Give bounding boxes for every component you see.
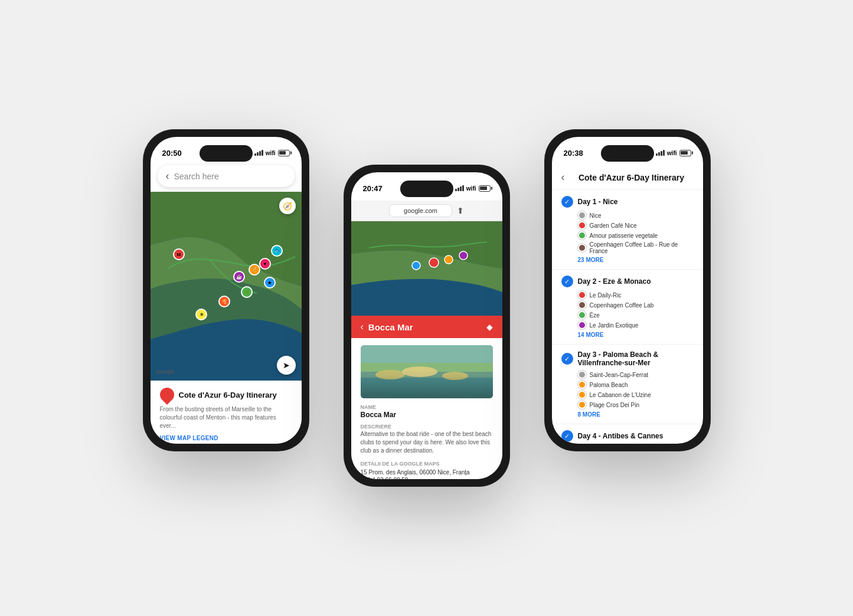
card-bottom-1: Cote d'Azur 6-Day Itinerary From the bus… <box>151 381 302 444</box>
place-name: Paloma Beach <box>590 382 628 388</box>
place-name: Copenhagen Coffee Lab - Rue de France <box>590 241 694 254</box>
time-1: 20:50 <box>162 149 182 158</box>
place-name: Le Daily-Ric <box>590 292 622 299</box>
place-dot <box>578 221 586 230</box>
card-title-row-1: Cote d'Azur 6-Day Itinerary <box>160 388 292 402</box>
time-2: 20:47 <box>363 184 383 193</box>
place-name-header: Bocca Mar <box>368 322 482 332</box>
more-link-2[interactable]: 14 MORE <box>561 332 694 338</box>
place-description: Alternative to the boat ride - one of th… <box>361 430 493 455</box>
place-photo <box>361 345 493 398</box>
navigate-button-1[interactable]: ➤ <box>277 356 296 375</box>
day-section-2: ✓ Day 2 - Eze & Monaco Le Daily-Ric Cope… <box>552 270 703 345</box>
list-item: Plage Cros Dei Pin <box>561 401 694 409</box>
search-bar-1[interactable]: ‹ Search here <box>158 165 295 187</box>
back-icon-1[interactable]: ‹ <box>166 170 169 182</box>
more-link-3[interactable]: 8 MORE <box>561 411 694 418</box>
status-icons-2: ▲ wifi <box>447 185 491 192</box>
day-header-4: ✓ Day 4 - Antibes & Cannes <box>561 430 694 442</box>
svg-point-2 <box>429 258 439 267</box>
list-item: Paloma Beach <box>561 381 694 389</box>
place-address: 15 Prom. des Anglais, 06000 Nice, Franța <box>361 469 493 476</box>
phone-3: 20:38 ▲ wifi ‹ <box>545 130 710 451</box>
map-area-1: M ☕ 🍴 ★ ♥ 🌿 🍕 ☀ 🐟 🧭 ➤ Google <box>151 192 302 381</box>
day-section-3: ✓ Day 3 - Paloma Beach & Villenfranche-s… <box>552 345 703 424</box>
signal-bars-1 <box>254 150 263 156</box>
browser-bar: google.com ⬆ <box>351 201 502 221</box>
list-item: Le Cabanon de L'Uzine <box>561 391 694 399</box>
place-dot <box>578 291 586 299</box>
day-section-4: ✓ Day 4 - Antibes & Cannes Antibes March… <box>552 424 703 444</box>
wifi-icon-2: wifi <box>466 185 476 192</box>
place-dot <box>578 231 586 240</box>
day-title-3: Day 3 - Paloma Beach & Villenfranche-sur… <box>578 350 694 367</box>
dynamic-island-3 <box>601 145 654 162</box>
map-pin-3: 🍴 <box>249 264 260 276</box>
place-name: Nice <box>590 212 602 219</box>
more-link-1[interactable]: 23 MORE <box>561 257 694 263</box>
map-area-2 <box>351 221 502 316</box>
place-name: Le Jardin Exotique <box>590 322 639 329</box>
day-section-1: ✓ Day 1 - Nice Nice Garden Café Nice Amo… <box>552 190 703 270</box>
place-card: ‹ Bocca Mar ◆ <box>351 316 502 479</box>
list-item: Le Daily-Ric <box>561 291 694 299</box>
share-icon[interactable]: ⬆ <box>457 206 464 215</box>
status-icons-1: ▲ wifi <box>246 150 290 156</box>
day-check-2: ✓ <box>561 276 573 287</box>
map-pin-5: ♥ <box>259 258 271 270</box>
list-item: Nice <box>561 211 694 219</box>
phone-1: 20:50 ▲ wifi ‹ <box>143 130 309 451</box>
wifi-icon-1: wifi <box>266 150 276 156</box>
list-item: Le Jardin Exotique <box>561 321 694 329</box>
time-3: 20:38 <box>564 149 583 158</box>
svg-rect-12 <box>361 345 493 363</box>
map-background-1: M ☕ 🍴 ★ ♥ 🌿 🍕 ☀ 🐟 🧭 ➤ Google <box>151 192 302 381</box>
compass-button-1[interactable]: 🧭 <box>279 198 296 214</box>
place-name: Garden Café Nice <box>590 222 637 229</box>
place-dot <box>578 401 586 409</box>
search-input-1[interactable]: Search here <box>174 172 286 181</box>
map-pin-9: 🐟 <box>271 245 283 257</box>
signal-bars-2 <box>455 185 464 191</box>
map-pin-6: 🌿 <box>241 286 253 298</box>
list-item: Copenhagen Coffee Lab - Rue de France <box>561 241 694 254</box>
place-dot <box>578 381 586 389</box>
wifi-icon-3: wifi <box>667 150 677 156</box>
place-back-button[interactable]: ‹ <box>361 322 364 332</box>
day-check-4: ✓ <box>561 430 573 442</box>
day-header-3: ✓ Day 3 - Paloma Beach & Villenfranche-s… <box>561 350 694 367</box>
status-icons-3: ▲ wifi <box>648 150 691 156</box>
svg-point-5 <box>412 261 420 270</box>
place-name-value: Bocca Mar <box>361 411 493 419</box>
phone-2: 20:47 ▲ wifi google.com <box>344 165 509 486</box>
day-title-4: Day 4 - Antibes & Cannes <box>578 432 664 440</box>
view-legend-link-1[interactable]: VIEW MAP LEGEND <box>160 435 292 441</box>
url-bar[interactable]: google.com <box>389 204 452 217</box>
place-name: Copenhagen Coffee Lab <box>590 302 654 309</box>
itinerary-back-button[interactable]: ‹ <box>561 171 565 184</box>
place-name: Plage Cros Dei Pin <box>590 402 639 408</box>
day-check-1: ✓ <box>561 196 573 208</box>
itinerary-header: ‹ Cote d'Azur 6-Day Itinerary <box>552 165 703 190</box>
list-item: Èze <box>561 311 694 319</box>
bookmark-icon[interactable]: ◆ <box>486 322 493 332</box>
desc-field-label: descriere <box>361 424 493 430</box>
name-field-label: name <box>361 404 493 410</box>
place-name: Amour patisserie vegetale <box>590 232 658 239</box>
phones-container: 20:50 ▲ wifi ‹ <box>120 94 734 522</box>
place-phone: +33 4 83 66 08 58 <box>361 477 493 479</box>
details-label: Detalii de la Google Maps <box>361 461 493 467</box>
day-check-3: ✓ <box>561 353 573 365</box>
map-pin-4: ★ <box>264 277 276 289</box>
place-dot <box>578 301 586 309</box>
day-title-2: Day 2 - Eze & Monaco <box>578 277 651 286</box>
place-dot <box>578 211 586 219</box>
pin-icon-1 <box>157 385 177 405</box>
dynamic-island-1 <box>200 145 253 162</box>
map-pin-1: M <box>173 248 185 260</box>
google-label-1: Google <box>156 369 175 375</box>
battery-3 <box>679 150 691 156</box>
signal-bars-3 <box>656 150 665 156</box>
place-dot <box>578 371 586 379</box>
svg-point-4 <box>459 251 468 260</box>
